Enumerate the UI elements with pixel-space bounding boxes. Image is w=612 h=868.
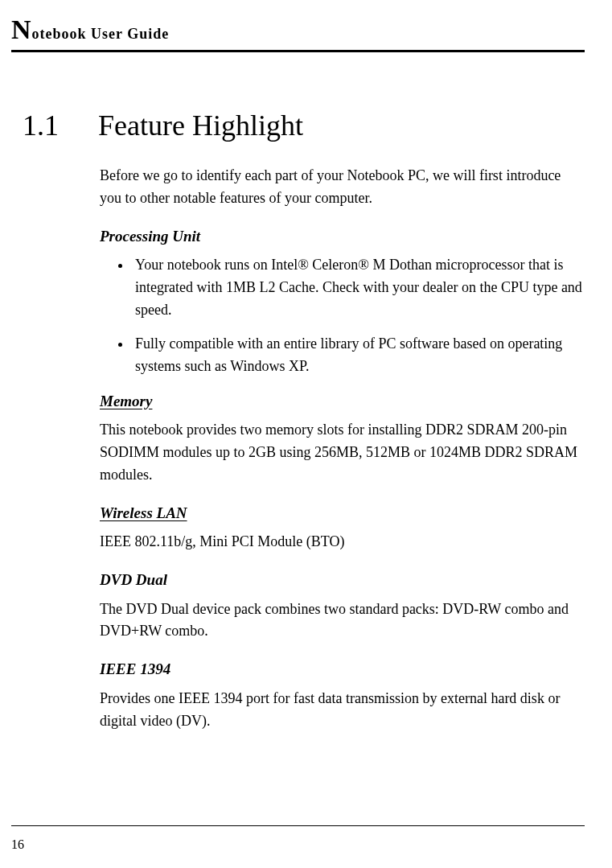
list-item: Fully compatible with an entire library … [132,333,585,378]
ieee1394-text: Provides one IEEE 1394 port for fast dat… [100,688,585,733]
content-body: Before we go to identify each part of yo… [100,165,585,733]
header-text: otebook User Guide [32,26,170,42]
subhead-ieee-1394: IEEE 1394 [100,657,585,681]
memory-text: This notebook provides two memory slots … [100,419,585,487]
section-title-text: Feature Highlight [98,109,303,142]
page-header: Notebook User Guide [11,14,585,52]
section-number: 1.1 [23,109,98,142]
header-dropcap: N [11,14,32,44]
subhead-dvd-dual: DVD Dual [100,568,585,591]
intro-paragraph: Before we go to identify each part of yo… [100,165,585,210]
list-item: Your notebook runs on Intel® Celeron® M … [132,254,585,322]
section-heading: 1.1Feature Highlight [23,109,585,142]
page-number: 16 [11,837,24,852]
footer-divider [11,825,585,826]
wireless-text: IEEE 802.11b/g, Mini PCI Module (BTO) [100,531,585,553]
subhead-memory: Memory [100,389,585,413]
subhead-processing-unit: Processing Unit [100,224,585,248]
dvd-text: The DVD Dual device pack combines two st… [100,599,585,644]
subhead-wireless-lan: Wireless LAN [100,501,585,525]
processing-bullets: Your notebook runs on Intel® Celeron® M … [100,254,585,377]
